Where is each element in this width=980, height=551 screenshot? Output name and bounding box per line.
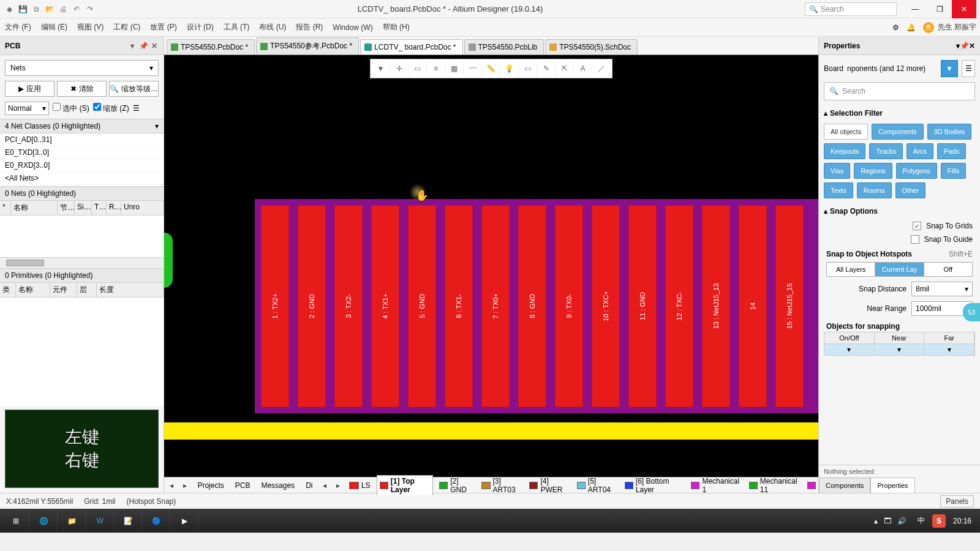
open-icon[interactable]: 📂 <box>44 4 55 15</box>
zoom-checkbox[interactable]: 缩放 (Z) <box>93 103 129 114</box>
netclasses-header[interactable]: 4 Net Classes (0 Highlighted)▾ <box>0 119 164 133</box>
side-tab[interactable]: Projects <box>194 480 227 491</box>
h-scrollbar[interactable] <box>0 257 164 268</box>
panel-close-icon[interactable]: ✕ <box>150 42 159 50</box>
doc-tab[interactable]: TPS54550参考.PcbDoc * <box>256 37 359 54</box>
cell-checkbox[interactable]: ▾ <box>924 344 974 355</box>
nets-combo[interactable]: Nets ▾ <box>5 60 159 76</box>
ime-indicator[interactable]: 中 <box>918 515 925 526</box>
cell-checkbox[interactable]: ▾ <box>824 344 875 355</box>
save-icon[interactable]: 💾 <box>17 4 28 15</box>
seg-all-layers[interactable]: All Layers <box>827 263 875 276</box>
layer-tab[interactable]: LS <box>347 480 373 491</box>
layer-tab[interactable]: [1] Top Layer <box>377 475 434 495</box>
pad[interactable]: 5 : GND <box>408 205 436 407</box>
text-icon[interactable]: A <box>574 61 592 77</box>
taskbar-app1[interactable]: 🔵 <box>143 511 170 531</box>
layer-next-icon[interactable]: ▸ <box>333 481 343 490</box>
pad[interactable]: 14 <box>739 205 767 407</box>
save-all-icon[interactable]: ⧉ <box>31 4 42 15</box>
filter-chip[interactable]: Fills <box>941 163 967 179</box>
menu-view[interactable]: 视图 (V) <box>76 20 105 35</box>
doc-tab[interactable]: TPS54550.PcbLib <box>464 39 545 54</box>
measure-icon[interactable]: 📏 <box>482 61 500 77</box>
doc-tab[interactable]: TPS54550(5).SchDoc <box>545 39 638 54</box>
tabs-next-icon[interactable]: ▸ <box>180 481 190 490</box>
select-checkbox[interactable]: 选中 (S) <box>53 103 89 114</box>
side-tab[interactable]: Di <box>302 480 316 491</box>
list-icon[interactable]: ☰ <box>962 60 975 77</box>
layer-tab[interactable]: Mechanical 1 <box>688 476 743 495</box>
pad[interactable]: 9 : TX0- <box>555 205 583 407</box>
close-button[interactable]: ✕ <box>952 0 976 18</box>
print-icon[interactable]: 🖨 <box>58 4 69 15</box>
pad[interactable]: 2 : GND <box>298 205 326 407</box>
pad[interactable]: 1 : TX2+ <box>261 205 289 407</box>
pad[interactable]: 3 : TX2- <box>334 205 363 407</box>
restore-button[interactable]: ❐ <box>927 0 952 18</box>
pad[interactable]: 13 : NetJ15_13 <box>702 205 730 407</box>
align-icon[interactable]: ≡ <box>427 61 445 77</box>
menu-route[interactable]: 布线 (U) <box>258 20 287 35</box>
highlight-icon[interactable]: 💡 <box>500 61 519 77</box>
list-item[interactable]: E0_RXD[3..0] <box>0 159 164 172</box>
line-icon[interactable]: ／ <box>592 61 611 77</box>
snap-distance-input[interactable]: 8mil▾ <box>911 282 973 296</box>
minimize-button[interactable]: — <box>903 0 927 18</box>
chip-all-objects[interactable]: All objects <box>824 124 868 140</box>
filter-chip[interactable]: 3D Bodies <box>927 124 972 140</box>
pad[interactable]: 12 : TXC- <box>665 205 693 407</box>
layer-tab[interactable]: [3] ART03 <box>479 476 523 495</box>
side-tab[interactable]: PCB <box>232 480 254 491</box>
layer-tab[interactable]: [5] ART04 <box>575 476 619 495</box>
zoom-level-button[interactable]: 🔍缩放等级… <box>109 81 159 97</box>
start-button[interactable]: ⊞ <box>2 511 29 531</box>
menu-design[interactable]: 设计 (D) <box>186 20 215 35</box>
list-item[interactable]: PCI_AD[0..31] <box>0 133 164 146</box>
taskbar-chrome[interactable]: 🌐 <box>31 511 58 531</box>
section-snap-options[interactable]: ▴Snap Options <box>819 203 980 219</box>
filter-chip[interactable]: Arcs <box>907 143 933 159</box>
filter-chip[interactable]: Rooms <box>857 182 892 198</box>
tabs-prev-icon[interactable]: ◂ <box>167 481 176 490</box>
filter-chip[interactable]: Regions <box>854 163 892 179</box>
pad[interactable]: 6 : TX1- <box>445 205 473 407</box>
pad[interactable]: 10 : TXC+ <box>592 205 620 407</box>
layer-tab[interactable]: [2] GND <box>437 476 475 495</box>
filter-chip[interactable]: Components <box>872 124 923 140</box>
more-icon[interactable]: ☰ <box>133 104 140 113</box>
pad[interactable]: 11 : GND <box>628 205 657 407</box>
menu-report[interactable]: 报告 (R) <box>295 20 324 35</box>
undo-icon[interactable]: ↶ <box>71 4 82 15</box>
select-rect-icon[interactable]: ▭ <box>409 61 427 77</box>
clock[interactable]: 20:16 <box>953 517 971 525</box>
seg-off[interactable]: Off <box>924 263 972 276</box>
pad[interactable]: 8 : GND <box>518 205 546 407</box>
filter-chip[interactable]: Vias <box>824 163 850 179</box>
menu-tools[interactable]: 工具 (T) <box>222 20 251 35</box>
tab-components[interactable]: Components <box>819 478 870 493</box>
list-item[interactable]: E0_TXD[3..0] <box>0 146 164 159</box>
filter-chip[interactable]: Keepouts <box>824 143 865 159</box>
filter-chip[interactable]: Pads <box>937 143 966 159</box>
menu-edit[interactable]: 编辑 (E) <box>40 20 69 35</box>
layer-tab[interactable]: [6] Bottom Layer <box>622 476 685 495</box>
panel-pin-icon[interactable]: 📌 <box>960 42 969 50</box>
pad[interactable]: 7 : TX0+ <box>481 205 510 407</box>
edit-icon[interactable]: ✎ <box>537 61 556 77</box>
board-thumbnail[interactable]: 左键 右键 <box>5 410 159 488</box>
panel-dropdown-icon[interactable]: ▾ <box>128 42 137 50</box>
route-icon[interactable]: 〰 <box>464 61 482 77</box>
pad[interactable]: 15 : NetJ15_15 <box>775 205 804 407</box>
move-icon[interactable]: ✛ <box>390 61 409 77</box>
menu-project[interactable]: 工程 (C) <box>112 20 141 35</box>
filter-toggle[interactable]: ▼ <box>941 60 958 77</box>
sogou-ime-icon[interactable]: S <box>932 514 946 528</box>
doc-tab-active[interactable]: LCDTV_ board.PcbDoc * <box>360 39 462 54</box>
taskbar-explorer[interactable]: 📁 <box>59 511 86 531</box>
connector-footprint[interactable]: 1 : TX2+2 : GND3 : TX2-4 : TX1+5 : GND6 … <box>255 199 818 413</box>
filter-chip[interactable]: Other <box>895 182 926 198</box>
tray-icons[interactable]: ▴🗔🔊 <box>870 517 910 525</box>
layer-prev-icon[interactable]: ◂ <box>320 481 330 490</box>
menu-place[interactable]: 放置 (P) <box>149 20 178 35</box>
